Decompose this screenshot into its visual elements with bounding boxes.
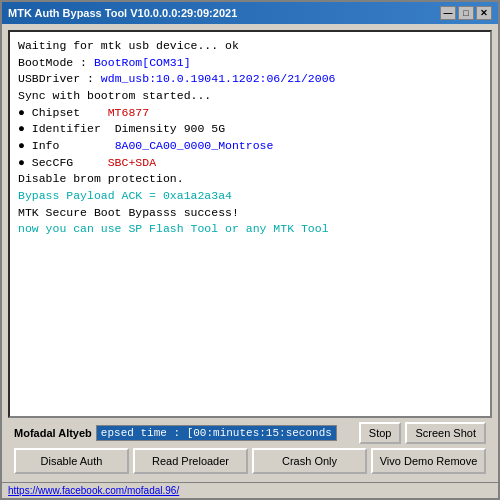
log-line-6: ● Identifier Dimensity 900 5G: [18, 121, 482, 138]
status-url: https://www.facebook.com/mofadal.96/: [8, 485, 179, 496]
log-line-5: ● Chipset MT6877: [18, 105, 482, 122]
elapsed-prefix: epsed time: [101, 427, 167, 439]
elapsed-display: epsed time : [00:minutes:15:seconds: [96, 425, 337, 441]
log-line-10: Bypass Payload ACK = 0xa1a2a3a4: [18, 188, 482, 205]
vivo-demo-button[interactable]: Vivo Demo Remove: [371, 448, 486, 474]
action-buttons-row: Disable Auth Read Preloader Crash Only V…: [14, 448, 486, 474]
window-controls: — □ ✕: [440, 6, 492, 20]
log-line-1: Waiting for mtk usb device... ok: [18, 38, 482, 55]
read-preloader-button[interactable]: Read Preloader: [133, 448, 248, 474]
elapsed-value: : [00:minutes:15:seconds: [167, 427, 332, 439]
log-line-3: USBDriver : wdm_usb:10.0.19041.1202:06/2…: [18, 71, 482, 88]
title-bar: MTK Auth Bypass Tool V10.0.0.0:29:09:202…: [2, 2, 498, 24]
content-area: Waiting for mtk usb device... ok BootMod…: [2, 24, 498, 482]
close-button[interactable]: ✕: [476, 6, 492, 20]
log-line-12: now you can use SP Flash Tool or any MTK…: [18, 221, 482, 238]
log-line-8: ● SecCFG SBC+SDA: [18, 155, 482, 172]
crash-pl-only-button[interactable]: Crash Only: [252, 448, 367, 474]
stop-button[interactable]: Stop: [359, 422, 402, 444]
elapsed-row: Mofadal Altyeb epsed time : [00:minutes:…: [14, 422, 486, 444]
log-box: Waiting for mtk usb device... ok BootMod…: [8, 30, 492, 418]
stop-screenshot-group: Stop Screen Shot: [359, 422, 486, 444]
main-window: MTK Auth Bypass Tool V10.0.0.0:29:09:202…: [0, 0, 500, 500]
log-line-11: MTK Secure Boot Bypasss success!: [18, 205, 482, 222]
bottom-area: Mofadal Altyeb epsed time : [00:minutes:…: [8, 418, 492, 476]
minimize-button[interactable]: —: [440, 6, 456, 20]
screenshot-button[interactable]: Screen Shot: [405, 422, 486, 444]
log-line-7: ● Info 8A00_CA00_0000_Montrose: [18, 138, 482, 155]
author-label: Mofadal Altyeb: [14, 427, 92, 439]
log-line-4: Sync with bootrom started...: [18, 88, 482, 105]
log-line-9: Disable brom protection.: [18, 171, 482, 188]
elapsed-left: Mofadal Altyeb epsed time : [00:minutes:…: [14, 425, 337, 441]
disable-auth-button[interactable]: Disable Auth: [14, 448, 129, 474]
log-line-2: BootMode : BootRom[COM31]: [18, 55, 482, 72]
status-bar: https://www.facebook.com/mofadal.96/: [2, 482, 498, 498]
maximize-button[interactable]: □: [458, 6, 474, 20]
window-title: MTK Auth Bypass Tool V10.0.0.0:29:09:202…: [8, 7, 237, 19]
